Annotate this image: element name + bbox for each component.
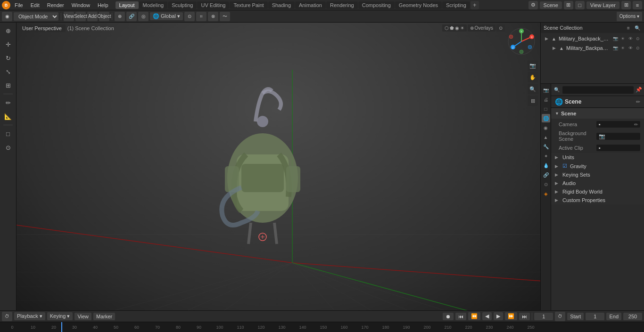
menu-file[interactable]: File: [11, 1, 26, 9]
outliner-render-icon-1[interactable]: ☀: [619, 45, 626, 51]
output-properties-icon[interactable]: 🖨: [542, 95, 550, 104]
outliner-filter-icon[interactable]: ≡: [625, 24, 632, 32]
measure-tool[interactable]: 📐: [2, 110, 14, 122]
playback-menu[interactable]: Playback ▾: [14, 312, 45, 320]
outliner-expand-1[interactable]: ▶: [551, 45, 557, 51]
record-btn[interactable]: ⏺: [443, 313, 454, 320]
options-btn[interactable]: Options ▾: [617, 12, 642, 21]
camera-value-field[interactable]: ▪ ✏: [596, 121, 640, 128]
prev-keyframe-btn[interactable]: ⏪: [468, 312, 480, 320]
tab-shading[interactable]: Shading: [268, 1, 295, 9]
tab-modeling[interactable]: Modeling: [139, 1, 168, 9]
viewport-mode-button[interactable]: User Perspective: [18, 24, 66, 32]
particles-properties-icon[interactable]: ✦: [542, 152, 550, 160]
outliner-select-icon-1[interactable]: ⊙: [635, 45, 641, 51]
outliner-camera-icon-1[interactable]: 📷: [612, 45, 619, 51]
tab-uv-editing[interactable]: UV Editing: [197, 1, 229, 9]
tab-geometry-nodes[interactable]: Geometry Nodes: [395, 1, 442, 9]
proportional-icon[interactable]: ◎: [138, 12, 149, 21]
units-section[interactable]: ▶ Units: [551, 153, 644, 162]
tab-texture-paint[interactable]: Texture Paint: [230, 1, 267, 9]
physics-properties-icon[interactable]: 💧: [542, 161, 550, 170]
timeline-clock-icon[interactable]: ⏱: [555, 312, 565, 321]
wireframe-icon[interactable]: ⬡: [445, 25, 449, 31]
hand-pan-icon[interactable]: ✋: [528, 72, 538, 82]
add-empty-tool[interactable]: ⊙: [2, 141, 14, 154]
play-btn[interactable]: ▶: [494, 312, 503, 320]
filter-icon[interactable]: ≡: [633, 1, 642, 9]
active-clip-field[interactable]: ▪: [596, 145, 640, 151]
outliner-camera-icon-0[interactable]: 📷: [612, 35, 619, 42]
zoom-icon[interactable]: 🔍: [528, 84, 538, 94]
object-mode-select[interactable]: Object Mode: [14, 12, 58, 21]
gizmos-button[interactable]: ⊙: [496, 24, 505, 32]
outliner-select-icon-0[interactable]: ⊙: [635, 35, 641, 42]
pivot-icon[interactable]: ⊙: [184, 12, 195, 21]
world-properties-icon[interactable]: ◉: [542, 123, 550, 132]
gravity-checkbox[interactable]: ☑: [562, 163, 567, 169]
skip-end-btn[interactable]: ⏭: [519, 313, 530, 320]
rendered-icon[interactable]: ☀: [460, 25, 464, 31]
menu-edit[interactable]: Edit: [27, 1, 43, 9]
snap-toggle[interactable]: ⌗: [196, 12, 206, 21]
object-mode-icon[interactable]: ◉: [2, 12, 12, 21]
keying-menu[interactable]: Keying ▾: [47, 312, 73, 320]
tab-animation[interactable]: Animation: [295, 1, 326, 9]
options-button[interactable]: Options ▾: [617, 12, 642, 21]
material-preview-icon[interactable]: ◉: [455, 25, 459, 31]
add-menu-btn[interactable]: Add: [87, 12, 98, 21]
view-menu-btn[interactable]: View: [64, 12, 74, 21]
viewport-icon4[interactable]: ⊞: [528, 96, 538, 106]
end-frame-input[interactable]: [623, 313, 642, 320]
solid-icon[interactable]: ⬟: [450, 25, 454, 31]
play-reverse-btn[interactable]: ◀: [482, 312, 492, 320]
transform-tool[interactable]: ⊞: [2, 79, 14, 91]
audio-section[interactable]: ▶ Audio: [551, 179, 644, 187]
outliner-item-0[interactable]: ▶ ▲ Military_Backpack_with_Man... 📷 ☀ 👁 …: [541, 34, 644, 43]
skip-start-btn[interactable]: ⏮: [455, 313, 466, 320]
scene-edit-icon[interactable]: ✏: [636, 99, 640, 105]
transform-icon[interactable]: ⊕: [115, 12, 125, 21]
move-tool[interactable]: ✛: [2, 38, 14, 50]
menu-help[interactable]: Help: [94, 1, 112, 9]
proportional-edit-icon[interactable]: ⊗: [208, 12, 218, 21]
object-menu-btn[interactable]: Object: [99, 12, 109, 21]
outliner-expand-0[interactable]: ▶: [544, 36, 549, 41]
cursor-tool[interactable]: ⊕: [2, 24, 14, 37]
outliner-item-1[interactable]: ▶ ▲ Military_Backpack_with_l 📷 ☀ 👁 ⊙: [541, 43, 644, 53]
settings-icon[interactable]: ⚙: [528, 1, 538, 9]
camera-edit-btn[interactable]: ✏: [634, 122, 638, 127]
background-scene-field[interactable]: 📷: [596, 133, 640, 140]
start-frame-input[interactable]: [586, 313, 604, 320]
tab-sculpting[interactable]: Sculpting: [168, 1, 197, 9]
view-layer-properties-icon[interactable]: □: [542, 105, 550, 113]
viewport-shading-group[interactable]: ⬡ ⬟ ◉ ☀: [442, 24, 467, 32]
properties-search-input[interactable]: [562, 86, 634, 94]
overlays-button[interactable]: ⊕ Overlays: [468, 24, 495, 32]
tab-layout[interactable]: Layout: [116, 1, 139, 9]
view-layer-selector[interactable]: View Layer: [586, 1, 619, 9]
curve-icon[interactable]: 〜: [220, 12, 230, 21]
timeline-icon[interactable]: ⏱: [2, 312, 12, 321]
viewport[interactable]: User Perspective (1) Scene Collection Y …: [17, 23, 540, 310]
scene-section-header[interactable]: ▼ Scene: [551, 108, 644, 119]
constraints-icon[interactable]: 🔗: [542, 170, 550, 179]
rotate-tool[interactable]: ↻: [2, 52, 14, 64]
annotate-tool[interactable]: ✏: [2, 97, 14, 109]
material-properties-icon[interactable]: ◈: [542, 189, 550, 198]
gravity-section[interactable]: ▶ ☑ Gravity: [551, 162, 644, 170]
axis-widget[interactable]: Y X Z: [507, 27, 536, 56]
timeline-scrubber[interactable]: 0102030405060708090100110120130140150160…: [0, 322, 644, 332]
prop-pin-icon[interactable]: 📌: [636, 87, 642, 93]
outliner-search-icon[interactable]: 🔍: [634, 24, 641, 32]
menu-window[interactable]: Window: [68, 1, 93, 9]
keying-sets-section[interactable]: ▶ Keying Sets: [551, 170, 644, 179]
add-cube-tool[interactable]: □: [2, 128, 14, 140]
scene-icon-btn[interactable]: ⊞: [564, 1, 573, 9]
object-properties-icon[interactable]: ▲: [542, 133, 550, 141]
scene-selector[interactable]: Scene: [540, 1, 562, 9]
view-layer-icon[interactable]: □: [575, 1, 585, 9]
view-menu[interactable]: View: [74, 313, 91, 320]
render-properties-icon[interactable]: 📷: [542, 86, 550, 94]
tab-scripting[interactable]: Scripting: [442, 1, 470, 9]
